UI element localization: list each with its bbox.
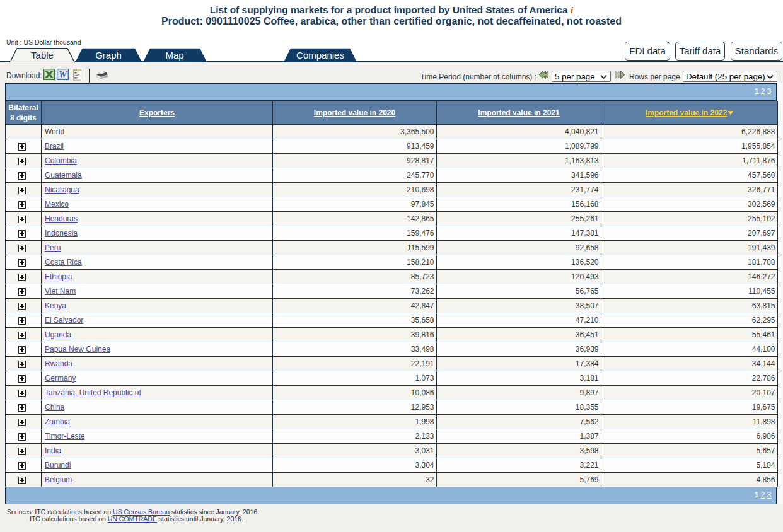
svg-text:Companies: Companies — [296, 50, 344, 61]
svg-text:Table: Table — [31, 50, 54, 61]
svg-text:Graph: Graph — [95, 50, 122, 61]
svg-text:W: W — [59, 70, 67, 79]
svg-text:Map: Map — [165, 50, 183, 61]
